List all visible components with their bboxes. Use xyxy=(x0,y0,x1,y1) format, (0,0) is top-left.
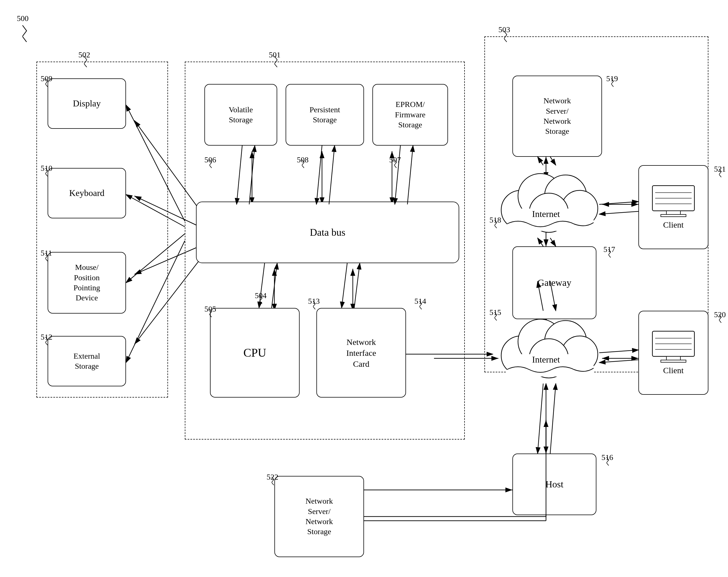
zigzag-506 xyxy=(209,160,218,168)
mouse-box: Mouse/PositionPointingDevice xyxy=(48,252,126,314)
cpu-label: CPU xyxy=(243,345,266,361)
zigzag-517 xyxy=(608,249,617,258)
zigzag-512 xyxy=(45,337,54,345)
network-server-top-box: NetworkServer/NetworkStorage xyxy=(512,76,602,157)
internet-bottom-label: Internet xyxy=(532,355,560,365)
zigzag-521 xyxy=(719,169,727,177)
zigzag-511 xyxy=(45,253,54,261)
zigzag-507 xyxy=(394,160,402,168)
internet-top-cloud: Internet xyxy=(493,165,599,238)
keyboard-box: Keyboard xyxy=(48,168,126,218)
zigzag-522 xyxy=(271,477,280,485)
host-box: Host xyxy=(512,453,596,515)
zigzag-513 xyxy=(313,301,321,309)
client-top-monitor xyxy=(651,184,696,218)
zigzag-509 xyxy=(45,78,54,87)
zigzag-519 xyxy=(611,78,620,87)
external-storage-label: ExternalStorage xyxy=(74,351,100,371)
nic-label: NetworkInterfaceCard xyxy=(346,337,376,369)
zigzag-518 xyxy=(494,220,503,228)
diagram: 500 502 501 503 Display 509 Keyboard 510… xyxy=(0,0,728,577)
persistent-storage-label: PersistentStorage xyxy=(310,105,340,125)
client-top-box: Client xyxy=(639,165,708,249)
zigzag-503 xyxy=(504,31,515,42)
zigzag-510 xyxy=(45,168,54,176)
zigzag-516 xyxy=(606,457,615,466)
network-server-top-label: NetworkServer/NetworkStorage xyxy=(544,96,571,137)
nic-box: NetworkInterfaceCard xyxy=(316,308,406,397)
zigzag-514 xyxy=(419,301,428,309)
zigzag-504 xyxy=(260,295,268,304)
eprom-label: EPROM/FirmwareStorage xyxy=(395,99,425,130)
zigzag-515 xyxy=(494,312,503,320)
cpu-box: CPU xyxy=(210,308,300,397)
internet-top-label: Internet xyxy=(532,209,560,219)
svg-rect-43 xyxy=(661,360,686,362)
network-server-bottom-box: NetworkServer/NetworkStorage xyxy=(275,476,364,557)
display-box: Display xyxy=(48,78,126,129)
client-bottom-label: Client xyxy=(663,365,683,376)
ref-500: 500 xyxy=(17,14,29,23)
zigzag-520 xyxy=(719,314,727,323)
mouse-label: Mouse/PositionPointingDevice xyxy=(74,262,100,303)
gateway-box: Gateway xyxy=(512,246,596,319)
client-bottom-monitor xyxy=(651,330,696,363)
eprom-box: EPROM/FirmwareStorage xyxy=(372,84,448,146)
zigzag-501 xyxy=(275,56,286,67)
zigzag-505 xyxy=(209,309,218,317)
internet-bottom-cloud: Internet xyxy=(493,311,599,384)
zigzag-508 xyxy=(302,160,310,168)
host-label: Host xyxy=(545,478,563,491)
external-storage-box: ExternalStorage xyxy=(48,336,126,386)
volatile-storage-box: VolatileStorage xyxy=(204,84,277,146)
network-server-bottom-label: NetworkServer/NetworkStorage xyxy=(306,496,333,537)
svg-line-74 xyxy=(538,384,543,453)
volatile-storage-label: VolatileStorage xyxy=(229,105,253,125)
data-bus-box: Data bus xyxy=(196,202,459,263)
client-bottom-box: Client xyxy=(639,311,708,395)
display-label: Display xyxy=(73,98,101,109)
zigzag-502 xyxy=(84,56,95,67)
svg-line-75 xyxy=(550,384,556,453)
persistent-storage-box: PersistentStorage xyxy=(286,84,364,146)
client-top-label: Client xyxy=(663,219,683,230)
data-bus-label: Data bus xyxy=(310,226,345,239)
svg-rect-37 xyxy=(661,214,686,217)
gateway-label: Gateway xyxy=(538,277,571,289)
keyboard-label: Keyboard xyxy=(69,187,104,199)
zigzag-500 xyxy=(22,25,39,42)
